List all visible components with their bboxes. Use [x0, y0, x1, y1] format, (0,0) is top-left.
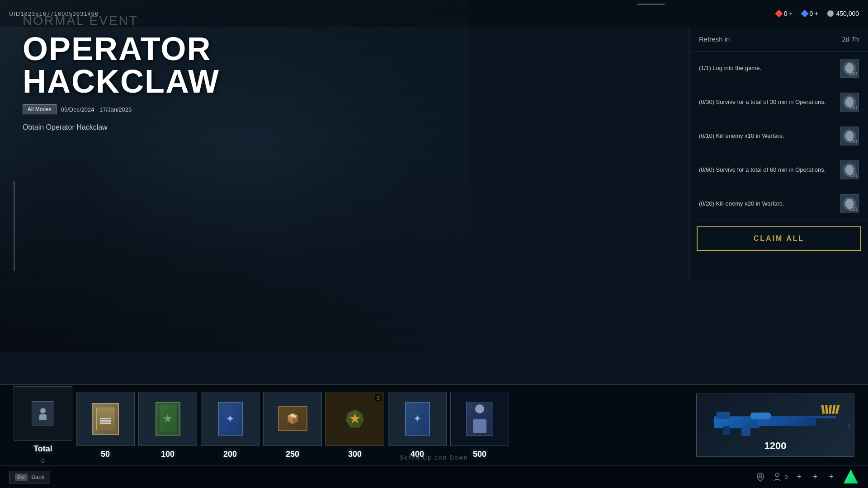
task-item-5: (0/20) Kill enemy x20 in Warfare. 100 — [690, 187, 868, 221]
blue-diamond-icon — [801, 10, 808, 18]
gun-stock — [717, 412, 730, 419]
reward-slot-500[interactable]: 500 — [450, 392, 509, 459]
player-count: 0 — [784, 474, 788, 480]
task-text-1: (1/1) Log into the game. — [699, 64, 840, 73]
bottom-strip: Total 0 50 — [0, 384, 868, 465]
person-icon-button[interactable]: 0 — [772, 472, 788, 482]
task-list: (1/1) Log into the game. 100 (0/30) Surv… — [690, 52, 868, 221]
reward-box-400: ✦ — [388, 392, 447, 446]
big-preview-panel[interactable]: 1200 › — [696, 394, 854, 457]
total-slot-box — [14, 386, 72, 441]
total-icon — [32, 401, 54, 426]
reward-count-5: 100 — [849, 206, 857, 212]
plus-icon-3[interactable]: + — [826, 472, 836, 482]
person-nav-icon — [772, 472, 782, 482]
bottom-nav: Esc Back — [0, 465, 868, 488]
red-diamond-value: 0 + — [784, 10, 793, 17]
reward-count-3: 100 — [849, 139, 857, 144]
card-green-icon — [156, 402, 180, 436]
reward-box-50 — [76, 392, 135, 446]
coin-currency: 450,000 — [827, 10, 859, 17]
obtain-text: Obtain Operator Hackclaw — [23, 123, 220, 131]
back-button[interactable]: Esc Back — [9, 471, 50, 483]
slot-label-250: 250 — [286, 450, 299, 459]
box-brown-icon: 📦 — [278, 406, 307, 431]
reward-slot-50[interactable]: 50 — [76, 392, 135, 459]
refresh-time: 2d 7h — [842, 35, 859, 43]
map-icon-button[interactable] — [755, 472, 765, 482]
plus-icon-1[interactable]: + — [794, 472, 804, 482]
claim-all-button[interactable]: CLAIM ALL — [697, 226, 861, 251]
scroll-hint: Scroll Up and Down — [400, 454, 468, 461]
reward-slot-200[interactable]: ✦ 200 — [201, 392, 259, 459]
reward-icon-3: 100 — [840, 127, 859, 145]
total-value: 0 — [41, 457, 44, 464]
right-panel: Refresh in 2d 7h (1/1) Log into the game… — [689, 27, 868, 280]
event-title-area: Normal Event OPERATOR HACKCLAW All Modes… — [23, 14, 220, 131]
reward-box-200: ✦ — [201, 392, 259, 446]
preview-value: 1200 — [764, 440, 787, 452]
card-blue-icon: ✦ — [218, 402, 243, 436]
person-icon — [38, 408, 47, 419]
reward-icon-4: 100 — [840, 160, 859, 179]
task-text-3: (0/10) Kill enemy x10 in Warfare. — [699, 131, 840, 141]
plus-icon-2[interactable]: + — [811, 472, 820, 482]
slot-label-500: 500 — [473, 450, 486, 459]
gun-scope-body — [750, 413, 771, 419]
person-head — [40, 408, 46, 413]
top-bar: UID182351677160053931466 0 + 0 + 450,000 — [0, 0, 868, 27]
triangle-logo[interactable] — [843, 469, 859, 485]
gun-grip — [723, 426, 730, 435]
person-item-icon — [466, 402, 493, 436]
task-text-5: (0/20) Kill enemy x20 in Warfare. — [699, 199, 840, 208]
reward-box-250: 📦 — [263, 392, 322, 446]
badge-300: 2 — [375, 394, 382, 401]
svg-point-0 — [759, 475, 762, 478]
task-reward-4: 100 — [840, 160, 859, 179]
date-range: 05/Dec/2024 - 17/Jan/2025 — [61, 106, 132, 113]
slot-label-300: 300 — [348, 450, 362, 459]
reward-slot-400[interactable]: ✦ 400 — [388, 392, 447, 459]
slot-label-50: 50 — [101, 450, 110, 459]
card-blue2-icon: ✦ — [405, 402, 430, 436]
task-item-4: (0/60) Survive for a total of 60 min in … — [690, 153, 868, 187]
reward-count-4: 100 — [849, 173, 857, 178]
red-diamond-currency: 0 + — [776, 10, 793, 17]
task-text-4: (0/60) Survive for a total of 60 min in … — [699, 165, 840, 174]
task-reward-1: 100 — [840, 59, 859, 78]
task-item-1: (1/1) Log into the game. 100 — [690, 52, 868, 85]
main-container: UID182351677160053931466 0 + 0 + 450,000… — [0, 0, 868, 488]
preview-arrow-icon[interactable]: › — [848, 421, 850, 430]
refresh-label: Refresh in — [699, 35, 730, 43]
reward-count-1: 100 — [849, 71, 857, 76]
notebook-icon — [92, 403, 119, 435]
blue-diamond-value: 0 + — [810, 10, 819, 17]
currency-bar: 0 + 0 + 450,000 — [776, 10, 859, 17]
reward-slot-250[interactable]: 📦 250 — [263, 392, 322, 459]
left-decoration-line — [14, 181, 15, 271]
reward-slot-300[interactable]: 2 300 — [326, 392, 384, 459]
task-reward-3: 100 — [840, 127, 859, 145]
red-diamond-icon — [775, 10, 783, 18]
refresh-header: Refresh in 2d 7h — [690, 27, 868, 52]
reward-box-100 — [138, 392, 197, 446]
task-item-3: (0/10) Kill enemy x10 in Warfare. 100 — [690, 119, 868, 153]
task-reward-2: 100 — [840, 93, 859, 112]
operator-name: OPERATOR HACKCLAW — [23, 33, 220, 98]
reward-count-2: 100 — [849, 105, 857, 110]
date-badge: All Modes 05/Dec/2024 - 17/Jan/2025 — [23, 104, 220, 114]
coin-value: 450,000 — [836, 10, 859, 17]
reward-slot-100[interactable]: 100 — [138, 392, 197, 459]
esc-key-label: Esc — [15, 474, 28, 481]
nav-icons: 0 + + + — [755, 469, 859, 485]
reward-icon-1: 100 — [840, 59, 859, 78]
reward-icon-5: 100 — [840, 194, 859, 213]
reward-box-500 — [450, 392, 509, 446]
task-item-2: (0/30) Survive for a total of 30 min in … — [690, 85, 868, 119]
reward-icon-2: 100 — [840, 93, 859, 112]
mode-tag: All Modes — [23, 104, 57, 114]
map-pin-icon — [755, 472, 765, 482]
reward-items-container: Total 0 50 — [14, 386, 692, 464]
total-label: Total — [33, 444, 52, 454]
total-slot[interactable]: Total 0 — [14, 386, 72, 464]
